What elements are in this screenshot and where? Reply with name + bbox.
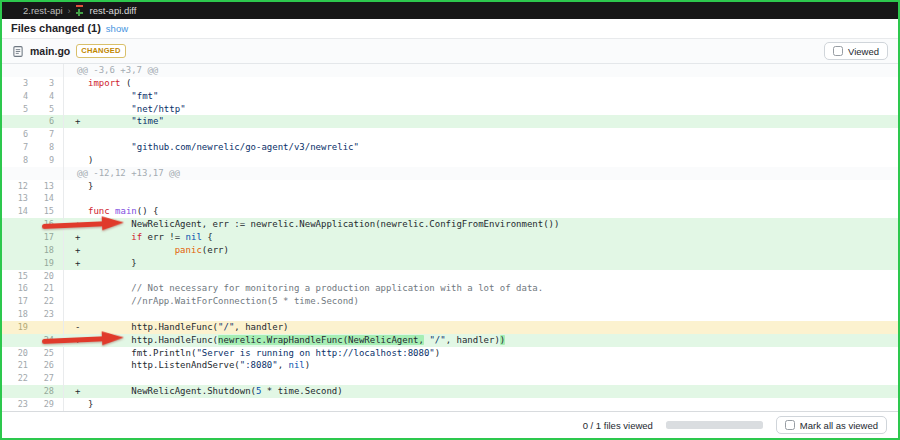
diff-marker: + <box>64 218 88 231</box>
old-line-number: 15 <box>2 270 33 283</box>
diff-marker <box>64 103 88 116</box>
diff-marker <box>64 141 88 154</box>
old-line-number <box>2 334 33 347</box>
old-line-number: 5 <box>2 103 33 116</box>
diff-marker: - <box>64 321 88 334</box>
new-line-number: 26 <box>33 359 64 372</box>
new-line-number: 14 <box>33 192 64 205</box>
files-viewed-progress-bar <box>666 421 763 429</box>
code-line: fmt.Println("Server is running on http:/… <box>88 347 898 360</box>
old-line-number: 3 <box>2 77 33 90</box>
new-line-number: 19 <box>33 257 64 270</box>
viewed-button[interactable]: Viewed <box>824 42 888 60</box>
new-line-number: 6 <box>33 115 64 128</box>
old-line-number: 18 <box>2 308 33 321</box>
old-line-number: 12 <box>2 180 33 193</box>
old-line-number: 7 <box>2 141 33 154</box>
diff-row: 2329} <box>2 398 898 411</box>
new-line-number: 3 <box>33 77 64 90</box>
diff-row: 2227 <box>2 372 898 385</box>
diff-marker <box>64 372 88 385</box>
diff-marker <box>64 359 88 372</box>
old-line-number: 8 <box>2 154 33 167</box>
old-line-number <box>2 64 33 77</box>
old-line-number: 4 <box>2 90 33 103</box>
old-line-number: 17 <box>2 295 33 308</box>
old-line-number: 22 <box>2 372 33 385</box>
code-line: } <box>88 257 898 270</box>
code-line: ) <box>88 154 898 167</box>
code-line: if err != nil { <box>88 231 898 244</box>
diff-row: 19- http.HandleFunc("/", handler) <box>2 321 898 334</box>
old-line-number: 13 <box>2 192 33 205</box>
diff-marker <box>64 90 88 103</box>
code-line: // Not necessary for monitoring a produc… <box>88 282 898 295</box>
show-link[interactable]: show <box>106 23 128 34</box>
breadcrumb-file[interactable]: rest-api.diff <box>90 5 137 16</box>
mark-all-viewed-button[interactable]: Mark all as viewed <box>776 416 887 434</box>
old-line-number: 19 <box>2 321 33 334</box>
viewed-label: Viewed <box>848 46 879 57</box>
diff-row: 28+ NewRelicAgent.Shutdown(5 * time.Seco… <box>2 385 898 398</box>
files-viewed-progress-text: 0 / 1 files viewed <box>583 420 653 431</box>
code-line <box>88 128 898 141</box>
new-line-number: 9 <box>33 154 64 167</box>
old-line-number <box>2 385 33 398</box>
diff-row: 44 "fmt" <box>2 90 898 103</box>
old-line-number <box>2 115 33 128</box>
new-line-number: 13 <box>33 180 64 193</box>
breadcrumb-folder[interactable]: 2.rest-api <box>23 5 63 16</box>
new-line-number: 15 <box>33 205 64 218</box>
footer-bar: 0 / 1 files viewed Mark all as viewed <box>2 411 898 438</box>
diff-marker <box>64 295 88 308</box>
diff-table: @@ -3,6 +3,7 @@33import (44 "fmt"55 "net… <box>2 64 898 411</box>
diff-marker: + <box>64 231 88 244</box>
new-line-number: 24 <box>33 334 64 347</box>
diff-marker: + <box>64 385 88 398</box>
new-line-number: 7 <box>33 128 64 141</box>
diff-marker <box>64 398 88 411</box>
new-line-number: 16 <box>33 218 64 231</box>
old-line-number <box>2 218 33 231</box>
old-line-number: 21 <box>2 359 33 372</box>
diff-marker: + <box>64 334 88 347</box>
new-line-number <box>33 321 64 334</box>
diff-row: 18+ panic(err) <box>2 244 898 257</box>
mark-all-viewed-checkbox[interactable] <box>785 420 795 430</box>
files-changed-label: Files changed (1) <box>11 22 101 34</box>
viewed-checkbox[interactable] <box>833 46 843 56</box>
diff-row: 19+ } <box>2 257 898 270</box>
diff-marker <box>64 77 88 90</box>
diff-viewer-window: 2.rest-api › rest-api.diff Files changed… <box>0 0 900 440</box>
old-line-number <box>2 257 33 270</box>
code-line: //nrApp.WaitForConnection(5 * time.Secon… <box>88 295 898 308</box>
code-line: @@ -12,12 +13,17 @@ <box>64 167 898 180</box>
diff-row: 1621 // Not necessary for monitoring a p… <box>2 282 898 295</box>
code-line: } <box>88 398 898 411</box>
code-line: import ( <box>88 77 898 90</box>
diff-row: 67 <box>2 128 898 141</box>
code-line: http.HandleFunc("/", handler) <box>88 321 898 334</box>
old-line-number: 23 <box>2 398 33 411</box>
code-line <box>88 372 898 385</box>
old-line-number: 14 <box>2 205 33 218</box>
diff-row: 2126 http.ListenAndServe(":8080", nil) <box>2 359 898 372</box>
file-name[interactable]: main.go <box>30 45 70 57</box>
hunk-header-row: @@ -12,12 +13,17 @@ <box>2 167 898 180</box>
new-line-number: 5 <box>33 103 64 116</box>
new-line-number: 28 <box>33 385 64 398</box>
new-line-number: 29 <box>33 398 64 411</box>
code-line: http.HandleFunc(newrelic.WrapHandleFunc(… <box>88 334 898 347</box>
old-line-number: 6 <box>2 128 33 141</box>
code-line: "net/http" <box>88 103 898 116</box>
hunk-header-row: @@ -3,6 +3,7 @@ <box>2 64 898 77</box>
code-line: NewRelicAgent.Shutdown(5 * time.Second) <box>88 385 898 398</box>
diff-marker <box>64 205 88 218</box>
diff-marker <box>64 128 88 141</box>
files-changed-bar: Files changed (1) show <box>2 19 898 38</box>
diff-marker <box>64 308 88 321</box>
diff-marker <box>64 347 88 360</box>
diff-row: 2025 fmt.Println("Server is running on h… <box>2 347 898 360</box>
code-line: http.ListenAndServe(":8080", nil) <box>88 359 898 372</box>
diff-row: 1415func main() { <box>2 205 898 218</box>
